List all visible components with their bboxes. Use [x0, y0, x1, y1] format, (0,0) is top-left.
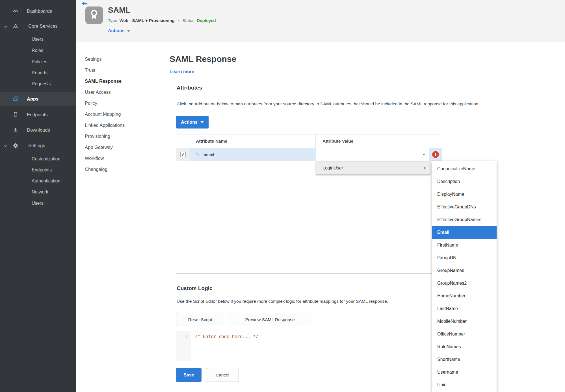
sidebar-item-reports[interactable]: Reports	[0, 67, 76, 78]
core-services-icon	[12, 23, 19, 29]
checkbox-cell: ✓	[176, 148, 190, 161]
script-editor[interactable]: 1 /* Enter code here... */	[176, 331, 554, 361]
back-arrow-icon[interactable]	[81, 1, 87, 7]
sidebar-item-roles[interactable]: Roles	[0, 45, 76, 56]
header-actions-menu[interactable]: Actions	[108, 28, 130, 33]
attribute-name: email	[204, 152, 214, 157]
submenu-item-effectivegroupdns[interactable]: EffectiveGroupDNs	[432, 201, 497, 213]
tab-workflow[interactable]: Workflow	[85, 153, 125, 164]
sidebar-item-dashboards[interactable]: Dashboards	[0, 3, 76, 19]
cancel-button[interactable]: Cancel	[206, 368, 239, 382]
table-row[interactable]: ✓ ✎ email !	[176, 148, 442, 161]
checkbox-column-header	[176, 134, 190, 148]
submenu-item-description[interactable]: Description	[432, 175, 497, 188]
submenu-item-username[interactable]: Username	[432, 366, 497, 378]
reset-script-button[interactable]: Reset Script	[176, 313, 224, 326]
submenu-item-email[interactable]: Email	[432, 226, 497, 239]
award-ribbon-icon	[88, 9, 100, 22]
tab-linked-applications[interactable]: Linked Applications	[85, 120, 125, 131]
sidebar-item-label: Dashboards	[27, 8, 52, 14]
chevron-down-icon	[127, 30, 130, 32]
chevron-down-icon	[4, 143, 7, 148]
submenu-item-uuid[interactable]: Uuid	[432, 378, 497, 391]
error-icon: !	[432, 151, 439, 158]
tab-trust[interactable]: Trust	[85, 65, 125, 76]
sidebar-item-requests[interactable]: Requests	[0, 78, 76, 90]
editor-code[interactable]: /* Enter code here... */	[191, 331, 258, 361]
attributes-heading: Attributes	[177, 85, 202, 91]
save-button[interactable]: Save	[176, 368, 202, 382]
submenu-item-firstname[interactable]: FirstName	[432, 239, 497, 251]
submenu-item-rolenames[interactable]: RoleNames	[432, 340, 497, 353]
attribute-value-dropdown[interactable]	[316, 148, 429, 161]
app-icon	[85, 6, 103, 24]
app-header: SAML Type: Web - SAML + Provisioning • S…	[76, 0, 565, 42]
gauge-icon	[12, 8, 19, 14]
column-header-attribute-name: Attribute Name	[190, 134, 316, 148]
submenu-item-shortname[interactable]: ShortName	[432, 353, 497, 366]
type-value: Web - SAML + Provisioning	[120, 18, 175, 23]
value-dropdown-menu-item-loginuser[interactable]: LoginUser	[316, 162, 430, 175]
tab-policy[interactable]: Policy	[85, 98, 125, 109]
submenu-item-groupnames2[interactable]: GroupNames2	[432, 277, 497, 289]
sidebar-item-settings-endpoints[interactable]: Endpoints	[0, 165, 76, 175]
sidebar-item-label: Core Services	[28, 23, 58, 29]
submenu-item-homenumber[interactable]: HomeNumber	[432, 289, 497, 302]
submenu-arrow-icon	[424, 166, 426, 170]
custom-logic-description: Use the Script Editor below if you requi…	[177, 299, 388, 304]
preview-saml-response-button[interactable]: Preview SAML Response	[229, 313, 311, 326]
sidebar: Dashboards Core Services Users Roles Pol…	[0, 0, 76, 392]
pencil-icon[interactable]: ✎	[196, 151, 200, 157]
app-subnav: Settings Trust SAML Response User Access…	[85, 54, 125, 175]
sidebar-item-network[interactable]: Network	[0, 186, 76, 198]
chevron-down-icon	[200, 121, 204, 123]
sidebar-item-settings-users[interactable]: Users	[0, 198, 76, 209]
chevron-down-icon	[423, 154, 425, 155]
tab-settings[interactable]: Settings	[85, 54, 125, 65]
tab-account-mapping[interactable]: Account Mapping	[85, 109, 125, 120]
attributes-description: Click the Add button below to map attrib…	[177, 101, 480, 106]
submenu-item-groupdn[interactable]: GroupDN	[432, 251, 497, 264]
attribute-value-cell: !	[316, 148, 442, 161]
submenu-item-officenumber[interactable]: OfficeNumber	[432, 328, 497, 340]
tab-app-gateway[interactable]: App Gateway	[85, 142, 125, 153]
sidebar-item-users[interactable]: Users	[0, 34, 76, 45]
tab-saml-response[interactable]: SAML Response	[85, 76, 125, 87]
sidebar-item-customization[interactable]: Customization	[0, 153, 76, 165]
sidebar-item-apps[interactable]: Apps	[0, 92, 76, 106]
status-label: Status:	[182, 18, 196, 23]
sidebar-item-policies[interactable]: Policies	[0, 56, 76, 67]
table-header: Attribute Name Attribute Value	[176, 134, 442, 148]
sidebar-item-authentication[interactable]: Authentication	[0, 175, 76, 186]
separator-dot: •	[178, 18, 179, 23]
vertical-divider	[156, 54, 156, 364]
loginuser-attributes-submenu: CanonicalizeName Description DisplayName…	[432, 161, 497, 392]
app-root: Dashboards Core Services Users Roles Pol…	[0, 0, 565, 392]
submenu-item-displayname[interactable]: DisplayName	[432, 188, 497, 201]
status-badge: Deployed	[197, 18, 216, 23]
sidebar-item-downloads[interactable]: Downloads	[0, 122, 76, 138]
submenu-item-lastname[interactable]: LastName	[432, 302, 497, 315]
gear-icon	[12, 143, 19, 149]
tab-changelog[interactable]: Changelog	[85, 164, 125, 175]
page-title: SAML	[108, 6, 130, 15]
custom-logic-heading: Custom Logic	[177, 285, 213, 291]
row-checkbox[interactable]: ✓	[180, 152, 186, 157]
endpoint-icon	[12, 112, 19, 118]
attributes-actions-button[interactable]: Actions	[176, 116, 209, 129]
sidebar-item-core-services[interactable]: Core Services	[0, 19, 76, 34]
section-title: SAML Response	[170, 54, 236, 64]
attribute-name-cell: ✎ email	[190, 148, 316, 161]
tab-provisioning[interactable]: Provisioning	[85, 131, 125, 142]
submenu-item-canonicalizename[interactable]: CanonicalizeName	[432, 162, 497, 175]
sidebar-item-endpoints[interactable]: Endpoints	[0, 107, 76, 122]
learn-more-link[interactable]: Learn more	[170, 69, 194, 74]
app-meta: Type: Web - SAML + Provisioning • Status…	[108, 18, 216, 23]
submenu-item-effectivegroupnames[interactable]: EffectiveGroupNames	[432, 213, 497, 226]
submenu-item-groupnames[interactable]: GroupNames	[432, 264, 497, 277]
sidebar-item-settings[interactable]: Settings	[0, 138, 76, 153]
tab-user-access[interactable]: User Access	[85, 87, 125, 98]
apps-icon	[12, 96, 19, 102]
attributes-table: Attribute Name Attribute Value ✓ ✎ email…	[176, 134, 442, 274]
submenu-item-mobilenumber[interactable]: MobileNumber	[432, 315, 497, 328]
